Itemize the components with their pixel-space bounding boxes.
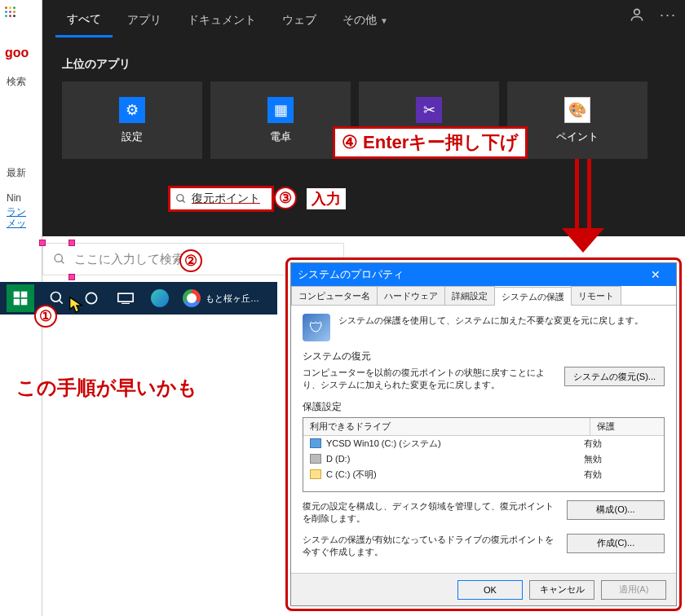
drive-row[interactable]: D (D:) 無効 (303, 451, 664, 467)
search-label: 検索 (7, 75, 26, 89)
drives-list[interactable]: 利用できるドライブ 保護 YCSD Win10 (C:) (システム) 有効 D… (303, 417, 665, 492)
more-icon[interactable]: ··· (660, 7, 677, 27)
svg-rect-12 (118, 293, 133, 301)
svg-point-0 (634, 9, 640, 15)
cancel-button[interactable]: キャンセル (529, 580, 594, 600)
search-tabs-row: すべて アプリ ドキュメント ウェブ その他▼ (42, 0, 685, 41)
edge-icon[interactable] (148, 287, 171, 310)
create-description: システムの保護が有効になっているドライブの復元ポイントを今すぐ作成します。 (303, 534, 559, 559)
folder-icon (310, 469, 321, 479)
configure-description: 復元の設定を構成し、ディスク領域を管理して、復元ポイントを削除します。 (303, 500, 559, 526)
dialog-tabs: コンピューター名 ハードウェア 詳細設定 システムの保護 リモート (291, 286, 676, 306)
tile-label: 電卓 (270, 130, 291, 144)
os-drive-icon (310, 438, 321, 448)
dialog-highlight-border: システムのプロパティ ✕ コンピューター名 ハードウェア 詳細設定 システムの保… (285, 257, 682, 611)
latest-label: 最新 (7, 166, 26, 180)
chrome-window-title: もと桜ヶ丘… (206, 293, 259, 305)
top-right-actions: ··· (629, 7, 677, 27)
msg-link[interactable]: メッ (7, 217, 26, 231)
hdd-icon (310, 454, 321, 464)
ok-button[interactable]: OK (457, 580, 523, 600)
svg-rect-8 (21, 299, 28, 306)
step-2-badge: ② (179, 249, 202, 272)
tile-label: ペイント (556, 130, 599, 144)
restore-description: コンピューターを以前の復元ポイントの状態に戻すことにより、システムに加えられた変… (303, 367, 556, 392)
tile-label: 設定 (122, 130, 143, 144)
drive-row[interactable]: C (C:) (不明) 有効 (303, 467, 664, 482)
intro-text: システムの保護を使用して、システムに加えた不要な変更を元に戻します。 (338, 314, 643, 328)
chevron-down-icon: ▼ (380, 16, 388, 25)
svg-line-2 (183, 200, 185, 203)
gear-icon: ⚙ (119, 97, 145, 123)
shield-icon: 🛡 (303, 314, 330, 341)
tab-advanced[interactable]: 詳細設定 (444, 286, 495, 305)
tab-hardware[interactable]: ハードウェア (377, 286, 445, 305)
hand-cursor-icon (67, 295, 85, 315)
tab-documents[interactable]: ドキュメント (176, 5, 267, 36)
tab-remote[interactable]: リモート (571, 286, 621, 305)
protect-section-title: 保護設定 (303, 400, 665, 414)
svg-rect-5 (14, 292, 20, 298)
system-properties-dialog: システムのプロパティ ✕ コンピューター名 ハードウェア 詳細設定 システムの保… (290, 262, 677, 606)
tile-calculator[interactable]: ▦ 電卓 (210, 81, 351, 159)
goo-logo: goo (5, 46, 29, 60)
system-restore-button[interactable]: システムの復元(S)... (564, 367, 665, 386)
svg-line-10 (60, 301, 63, 304)
step-4-arrow (567, 159, 599, 257)
calculator-icon: ▦ (267, 97, 294, 123)
restore-section-title: システムの復元 (303, 350, 665, 363)
search-placeholder: ここに入力して検索 (74, 252, 184, 267)
restore-point-text: 復元ポイント (192, 191, 260, 206)
user-icon[interactable] (629, 7, 645, 27)
tab-all[interactable]: すべて (55, 4, 113, 37)
svg-point-11 (86, 293, 96, 303)
tab-system-protection[interactable]: システムの保護 (494, 287, 572, 306)
scissors-icon: ✂ (416, 97, 442, 123)
selection-handle (68, 240, 75, 246)
step-4-label: ④ Enterキー押し下げ (333, 126, 528, 159)
top-apps-heading: 上位のアプリ (42, 41, 685, 81)
search-icon (175, 193, 187, 205)
svg-point-3 (55, 254, 62, 262)
dialog-titlebar[interactable]: システムのプロパティ ✕ (291, 263, 676, 286)
apply-button[interactable]: 適用(A) (601, 580, 666, 600)
close-button[interactable]: ✕ (642, 268, 670, 281)
tab-more[interactable]: その他▼ (331, 5, 400, 36)
dialog-body: 🛡 システムの保護を使用して、システムに加えた不要な変更を元に戻します。 システ… (291, 306, 676, 573)
selection-handle (68, 274, 75, 280)
dialog-footer: OK キャンセル 適用(A) (291, 573, 676, 605)
tile-settings[interactable]: ⚙ 設定 (62, 81, 202, 159)
svg-point-1 (177, 195, 183, 201)
drive-row[interactable]: YCSD Win10 (C:) (システム) 有効 (303, 436, 664, 451)
step-1-badge: ① (34, 305, 57, 328)
svg-line-4 (61, 261, 64, 263)
palette-icon: 🎨 (564, 97, 590, 123)
selection-handle (39, 240, 46, 246)
svg-point-9 (51, 293, 61, 302)
start-button[interactable] (7, 284, 34, 312)
procedure-caption: この手順が早いかも (16, 375, 197, 401)
col-protection: 保護 (590, 418, 664, 435)
tab-web[interactable]: ウェブ (271, 5, 328, 36)
nin-text: Nin (7, 192, 21, 204)
col-drive: 利用できるドライブ (303, 418, 590, 435)
apps-grid-icon[interactable] (5, 7, 16, 18)
create-button[interactable]: 作成(C)... (567, 534, 665, 553)
task-view-icon[interactable] (114, 287, 137, 310)
dialog-title: システムのプロパティ (298, 267, 404, 282)
configure-button[interactable]: 構成(O)... (567, 500, 665, 520)
chrome-icon[interactable]: もと桜ヶ丘… (183, 287, 259, 310)
svg-rect-6 (21, 292, 28, 298)
tile-paint[interactable]: 🎨 ペイント (507, 81, 647, 159)
svg-rect-7 (14, 299, 20, 306)
search-icon (53, 253, 66, 266)
step-3-badge: ③ (274, 187, 297, 209)
restore-point-input-annotation: 復元ポイント (168, 186, 274, 212)
tab-computer-name[interactable]: コンピューター名 (291, 286, 378, 305)
tab-apps[interactable]: アプリ (116, 5, 173, 36)
input-annotation: 入力 (307, 188, 346, 209)
